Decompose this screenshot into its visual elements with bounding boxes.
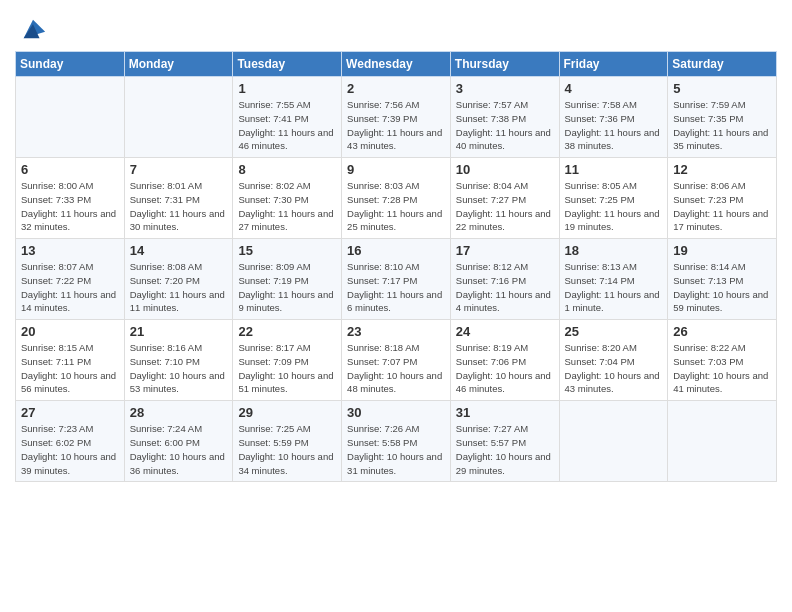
day-number: 9 [347,162,445,177]
day-info: Sunrise: 8:07 AM Sunset: 7:22 PM Dayligh… [21,260,119,315]
day-number: 21 [130,324,228,339]
day-info: Sunrise: 8:13 AM Sunset: 7:14 PM Dayligh… [565,260,663,315]
day-info: Sunrise: 8:00 AM Sunset: 7:33 PM Dayligh… [21,179,119,234]
calendar-week-row: 27Sunrise: 7:23 AM Sunset: 6:02 PM Dayli… [16,401,777,482]
calendar-cell: 30Sunrise: 7:26 AM Sunset: 5:58 PM Dayli… [342,401,451,482]
day-number: 1 [238,81,336,96]
calendar-cell: 3Sunrise: 7:57 AM Sunset: 7:38 PM Daylig… [450,77,559,158]
calendar-cell: 9Sunrise: 8:03 AM Sunset: 7:28 PM Daylig… [342,158,451,239]
day-info: Sunrise: 7:56 AM Sunset: 7:39 PM Dayligh… [347,98,445,153]
day-number: 20 [21,324,119,339]
day-info: Sunrise: 8:02 AM Sunset: 7:30 PM Dayligh… [238,179,336,234]
calendar-cell: 8Sunrise: 8:02 AM Sunset: 7:30 PM Daylig… [233,158,342,239]
day-info: Sunrise: 7:58 AM Sunset: 7:36 PM Dayligh… [565,98,663,153]
calendar-cell: 1Sunrise: 7:55 AM Sunset: 7:41 PM Daylig… [233,77,342,158]
calendar-cell: 16Sunrise: 8:10 AM Sunset: 7:17 PM Dayli… [342,239,451,320]
calendar-cell: 2Sunrise: 7:56 AM Sunset: 7:39 PM Daylig… [342,77,451,158]
calendar-table: SundayMondayTuesdayWednesdayThursdayFrid… [15,51,777,482]
day-number: 11 [565,162,663,177]
day-number: 26 [673,324,771,339]
calendar-cell: 21Sunrise: 8:16 AM Sunset: 7:10 PM Dayli… [124,320,233,401]
calendar-cell: 20Sunrise: 8:15 AM Sunset: 7:11 PM Dayli… [16,320,125,401]
day-info: Sunrise: 8:22 AM Sunset: 7:03 PM Dayligh… [673,341,771,396]
calendar-cell: 10Sunrise: 8:04 AM Sunset: 7:27 PM Dayli… [450,158,559,239]
calendar-week-row: 13Sunrise: 8:07 AM Sunset: 7:22 PM Dayli… [16,239,777,320]
calendar-cell: 26Sunrise: 8:22 AM Sunset: 7:03 PM Dayli… [668,320,777,401]
day-info: Sunrise: 8:05 AM Sunset: 7:25 PM Dayligh… [565,179,663,234]
day-number: 7 [130,162,228,177]
day-info: Sunrise: 8:20 AM Sunset: 7:04 PM Dayligh… [565,341,663,396]
day-info: Sunrise: 7:26 AM Sunset: 5:58 PM Dayligh… [347,422,445,477]
day-info: Sunrise: 7:23 AM Sunset: 6:02 PM Dayligh… [21,422,119,477]
calendar-cell [668,401,777,482]
day-info: Sunrise: 8:19 AM Sunset: 7:06 PM Dayligh… [456,341,554,396]
day-number: 4 [565,81,663,96]
calendar-header-sunday: Sunday [16,52,125,77]
calendar-cell: 25Sunrise: 8:20 AM Sunset: 7:04 PM Dayli… [559,320,668,401]
logo-icon [19,15,47,43]
day-number: 28 [130,405,228,420]
calendar-header-thursday: Thursday [450,52,559,77]
calendar-cell: 13Sunrise: 8:07 AM Sunset: 7:22 PM Dayli… [16,239,125,320]
calendar-cell: 19Sunrise: 8:14 AM Sunset: 7:13 PM Dayli… [668,239,777,320]
day-info: Sunrise: 8:03 AM Sunset: 7:28 PM Dayligh… [347,179,445,234]
day-number: 27 [21,405,119,420]
day-info: Sunrise: 8:14 AM Sunset: 7:13 PM Dayligh… [673,260,771,315]
day-info: Sunrise: 8:15 AM Sunset: 7:11 PM Dayligh… [21,341,119,396]
day-info: Sunrise: 8:10 AM Sunset: 7:17 PM Dayligh… [347,260,445,315]
calendar-cell: 7Sunrise: 8:01 AM Sunset: 7:31 PM Daylig… [124,158,233,239]
day-number: 22 [238,324,336,339]
calendar-week-row: 6Sunrise: 8:00 AM Sunset: 7:33 PM Daylig… [16,158,777,239]
day-number: 3 [456,81,554,96]
logo [15,15,47,43]
calendar-cell: 18Sunrise: 8:13 AM Sunset: 7:14 PM Dayli… [559,239,668,320]
day-info: Sunrise: 8:01 AM Sunset: 7:31 PM Dayligh… [130,179,228,234]
day-number: 30 [347,405,445,420]
calendar-cell: 17Sunrise: 8:12 AM Sunset: 7:16 PM Dayli… [450,239,559,320]
calendar-header: SundayMondayTuesdayWednesdayThursdayFrid… [16,52,777,77]
calendar-cell [124,77,233,158]
day-info: Sunrise: 8:16 AM Sunset: 7:10 PM Dayligh… [130,341,228,396]
day-number: 16 [347,243,445,258]
day-info: Sunrise: 7:59 AM Sunset: 7:35 PM Dayligh… [673,98,771,153]
day-info: Sunrise: 8:06 AM Sunset: 7:23 PM Dayligh… [673,179,771,234]
calendar-cell: 6Sunrise: 8:00 AM Sunset: 7:33 PM Daylig… [16,158,125,239]
calendar-cell: 27Sunrise: 7:23 AM Sunset: 6:02 PM Dayli… [16,401,125,482]
day-number: 23 [347,324,445,339]
day-info: Sunrise: 7:57 AM Sunset: 7:38 PM Dayligh… [456,98,554,153]
day-number: 14 [130,243,228,258]
day-number: 8 [238,162,336,177]
day-number: 25 [565,324,663,339]
day-number: 10 [456,162,554,177]
calendar-cell: 11Sunrise: 8:05 AM Sunset: 7:25 PM Dayli… [559,158,668,239]
day-info: Sunrise: 8:04 AM Sunset: 7:27 PM Dayligh… [456,179,554,234]
day-number: 24 [456,324,554,339]
day-info: Sunrise: 7:25 AM Sunset: 5:59 PM Dayligh… [238,422,336,477]
day-info: Sunrise: 8:18 AM Sunset: 7:07 PM Dayligh… [347,341,445,396]
calendar-cell: 15Sunrise: 8:09 AM Sunset: 7:19 PM Dayli… [233,239,342,320]
day-info: Sunrise: 8:09 AM Sunset: 7:19 PM Dayligh… [238,260,336,315]
day-number: 15 [238,243,336,258]
calendar-cell: 4Sunrise: 7:58 AM Sunset: 7:36 PM Daylig… [559,77,668,158]
day-number: 29 [238,405,336,420]
calendar-header-friday: Friday [559,52,668,77]
day-info: Sunrise: 8:08 AM Sunset: 7:20 PM Dayligh… [130,260,228,315]
calendar-cell: 12Sunrise: 8:06 AM Sunset: 7:23 PM Dayli… [668,158,777,239]
day-number: 31 [456,405,554,420]
calendar-cell: 5Sunrise: 7:59 AM Sunset: 7:35 PM Daylig… [668,77,777,158]
calendar-cell: 24Sunrise: 8:19 AM Sunset: 7:06 PM Dayli… [450,320,559,401]
calendar-header-tuesday: Tuesday [233,52,342,77]
day-number: 17 [456,243,554,258]
day-number: 6 [21,162,119,177]
day-info: Sunrise: 7:55 AM Sunset: 7:41 PM Dayligh… [238,98,336,153]
calendar-cell: 29Sunrise: 7:25 AM Sunset: 5:59 PM Dayli… [233,401,342,482]
day-number: 5 [673,81,771,96]
calendar-header-monday: Monday [124,52,233,77]
calendar-cell: 14Sunrise: 8:08 AM Sunset: 7:20 PM Dayli… [124,239,233,320]
day-number: 19 [673,243,771,258]
day-number: 12 [673,162,771,177]
day-number: 18 [565,243,663,258]
calendar-cell [559,401,668,482]
calendar-header-wednesday: Wednesday [342,52,451,77]
calendar-cell: 31Sunrise: 7:27 AM Sunset: 5:57 PM Dayli… [450,401,559,482]
